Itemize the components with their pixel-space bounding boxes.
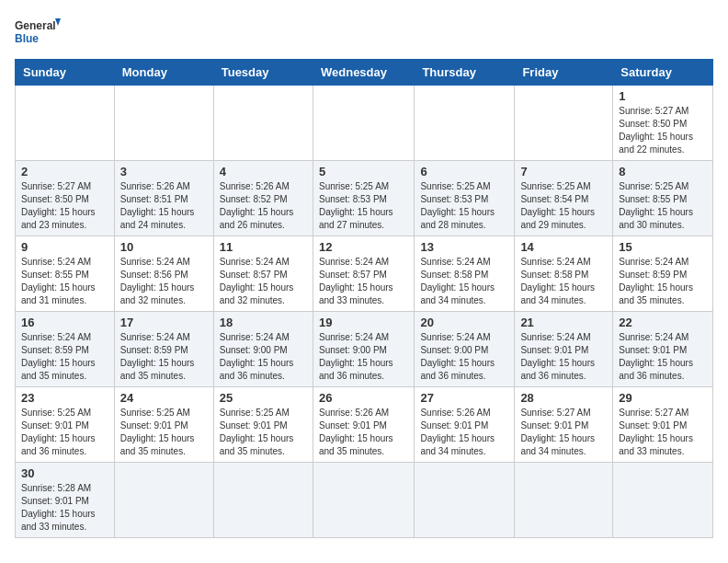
day-number: 11 [220,240,307,254]
day-number: 25 [220,391,307,405]
day-number: 12 [319,240,408,254]
day-cell-4-6: 29Sunrise: 5:27 AM Sunset: 9:01 PM Dayli… [613,387,713,463]
day-cell-3-0: 16Sunrise: 5:24 AM Sunset: 8:59 PM Dayli… [16,312,115,387]
header-sunday: Sunday [16,60,115,86]
day-cell-5-4 [415,463,515,538]
day-info: Sunrise: 5:24 AM Sunset: 8:57 PM Dayligh… [220,256,307,307]
day-cell-0-3 [313,86,414,161]
day-cell-0-5 [515,86,613,161]
day-info: Sunrise: 5:26 AM Sunset: 9:01 PM Dayligh… [319,407,408,458]
day-cell-4-3: 26Sunrise: 5:26 AM Sunset: 9:01 PM Dayli… [313,387,414,463]
day-info: Sunrise: 5:24 AM Sunset: 9:00 PM Dayligh… [420,331,508,383]
day-number: 5 [319,165,408,178]
day-cell-4-1: 24Sunrise: 5:25 AM Sunset: 9:01 PM Dayli… [114,387,213,463]
day-number: 28 [520,391,607,405]
day-cell-3-2: 18Sunrise: 5:24 AM Sunset: 9:00 PM Dayli… [213,312,313,387]
day-number: 9 [21,240,108,254]
day-cell-2-4: 13Sunrise: 5:24 AM Sunset: 8:58 PM Dayli… [415,236,515,312]
day-number: 30 [21,466,108,480]
svg-text:General: General [15,19,56,32]
day-cell-0-0 [16,86,115,161]
day-number: 6 [420,165,508,178]
svg-text:Blue: Blue [15,32,39,45]
week-row-3: 16Sunrise: 5:24 AM Sunset: 8:59 PM Dayli… [16,312,713,387]
day-number: 13 [420,240,508,254]
day-info: Sunrise: 5:24 AM Sunset: 9:00 PM Dayligh… [220,331,307,383]
day-cell-1-6: 8Sunrise: 5:25 AM Sunset: 8:55 PM Daylig… [613,161,713,236]
day-cell-2-2: 11Sunrise: 5:24 AM Sunset: 8:57 PM Dayli… [213,236,313,312]
header-wednesday: Wednesday [313,60,414,86]
week-row-2: 9Sunrise: 5:24 AM Sunset: 8:55 PM Daylig… [16,236,713,312]
header-tuesday: Tuesday [213,60,313,86]
day-number: 24 [120,391,208,405]
day-number: 20 [420,316,508,329]
day-cell-1-4: 6Sunrise: 5:25 AM Sunset: 8:53 PM Daylig… [415,161,515,236]
day-cell-1-2: 4Sunrise: 5:26 AM Sunset: 8:52 PM Daylig… [213,161,313,236]
weekday-header-row: SundayMondayTuesdayWednesdayThursdayFrid… [16,60,713,86]
day-info: Sunrise: 5:24 AM Sunset: 8:59 PM Dayligh… [120,331,208,383]
day-info: Sunrise: 5:25 AM Sunset: 8:54 PM Dayligh… [520,180,607,232]
day-info: Sunrise: 5:24 AM Sunset: 8:59 PM Dayligh… [21,331,108,383]
day-number: 3 [120,165,208,178]
day-number: 8 [619,165,707,178]
day-info: Sunrise: 5:25 AM Sunset: 8:55 PM Dayligh… [619,180,707,232]
day-info: Sunrise: 5:27 AM Sunset: 8:50 PM Dayligh… [619,105,707,156]
day-info: Sunrise: 5:26 AM Sunset: 8:51 PM Dayligh… [120,180,208,232]
day-number: 26 [319,391,408,405]
day-info: Sunrise: 5:25 AM Sunset: 8:53 PM Dayligh… [319,180,408,232]
header-saturday: Saturday [613,60,713,86]
day-number: 7 [520,165,607,178]
day-cell-0-2 [213,86,313,161]
day-info: Sunrise: 5:28 AM Sunset: 9:01 PM Dayligh… [21,482,108,534]
day-cell-3-1: 17Sunrise: 5:24 AM Sunset: 8:59 PM Dayli… [114,312,213,387]
day-info: Sunrise: 5:24 AM Sunset: 9:01 PM Dayligh… [619,331,707,383]
calendar: SundayMondayTuesdayWednesdayThursdayFrid… [15,59,713,538]
day-cell-3-3: 19Sunrise: 5:24 AM Sunset: 9:00 PM Dayli… [313,312,414,387]
day-number: 15 [619,240,707,254]
day-info: Sunrise: 5:24 AM Sunset: 8:56 PM Dayligh… [120,256,208,307]
day-cell-5-5 [515,463,613,538]
day-info: Sunrise: 5:27 AM Sunset: 9:01 PM Dayligh… [619,407,707,458]
day-cell-2-0: 9Sunrise: 5:24 AM Sunset: 8:55 PM Daylig… [16,236,115,312]
day-cell-3-5: 21Sunrise: 5:24 AM Sunset: 9:01 PM Dayli… [515,312,613,387]
day-cell-5-0: 30Sunrise: 5:28 AM Sunset: 9:01 PM Dayli… [16,463,115,538]
day-cell-1-3: 5Sunrise: 5:25 AM Sunset: 8:53 PM Daylig… [313,161,414,236]
day-cell-2-6: 15Sunrise: 5:24 AM Sunset: 8:59 PM Dayli… [613,236,713,312]
day-cell-4-5: 28Sunrise: 5:27 AM Sunset: 9:01 PM Dayli… [515,387,613,463]
week-row-4: 23Sunrise: 5:25 AM Sunset: 9:01 PM Dayli… [16,387,713,463]
day-number: 22 [619,316,707,329]
day-info: Sunrise: 5:24 AM Sunset: 8:57 PM Dayligh… [319,256,408,307]
day-info: Sunrise: 5:26 AM Sunset: 9:01 PM Dayligh… [420,407,508,458]
day-cell-5-2 [213,463,313,538]
day-info: Sunrise: 5:24 AM Sunset: 9:00 PM Dayligh… [319,331,408,383]
day-info: Sunrise: 5:27 AM Sunset: 9:01 PM Dayligh… [520,407,607,458]
day-cell-4-4: 27Sunrise: 5:26 AM Sunset: 9:01 PM Dayli… [415,387,515,463]
day-cell-1-0: 2Sunrise: 5:27 AM Sunset: 8:50 PM Daylig… [16,161,115,236]
day-info: Sunrise: 5:25 AM Sunset: 9:01 PM Dayligh… [21,407,108,458]
day-info: Sunrise: 5:24 AM Sunset: 8:55 PM Dayligh… [21,256,108,307]
day-number: 18 [220,316,307,329]
day-number: 21 [520,316,607,329]
day-cell-3-4: 20Sunrise: 5:24 AM Sunset: 9:00 PM Dayli… [415,312,515,387]
day-info: Sunrise: 5:24 AM Sunset: 8:59 PM Dayligh… [619,256,707,307]
svg-marker-2 [55,18,61,26]
day-info: Sunrise: 5:27 AM Sunset: 8:50 PM Dayligh… [21,180,108,232]
day-cell-5-6 [613,463,713,538]
day-info: Sunrise: 5:25 AM Sunset: 9:01 PM Dayligh… [220,407,307,458]
day-cell-0-4 [415,86,515,161]
header-monday: Monday [114,60,213,86]
day-cell-1-1: 3Sunrise: 5:26 AM Sunset: 8:51 PM Daylig… [114,161,213,236]
week-row-5: 30Sunrise: 5:28 AM Sunset: 9:01 PM Dayli… [16,463,713,538]
day-number: 16 [21,316,108,329]
week-row-1: 2Sunrise: 5:27 AM Sunset: 8:50 PM Daylig… [16,161,713,236]
day-number: 14 [520,240,607,254]
day-cell-2-5: 14Sunrise: 5:24 AM Sunset: 8:58 PM Dayli… [515,236,613,312]
header-friday: Friday [515,60,613,86]
day-number: 4 [220,165,307,178]
header-thursday: Thursday [415,60,515,86]
day-number: 19 [319,316,408,329]
day-cell-4-2: 25Sunrise: 5:25 AM Sunset: 9:01 PM Dayli… [213,387,313,463]
day-number: 29 [619,391,707,405]
logo-svg: General Blue [15,15,61,52]
day-cell-2-1: 10Sunrise: 5:24 AM Sunset: 8:56 PM Dayli… [114,236,213,312]
